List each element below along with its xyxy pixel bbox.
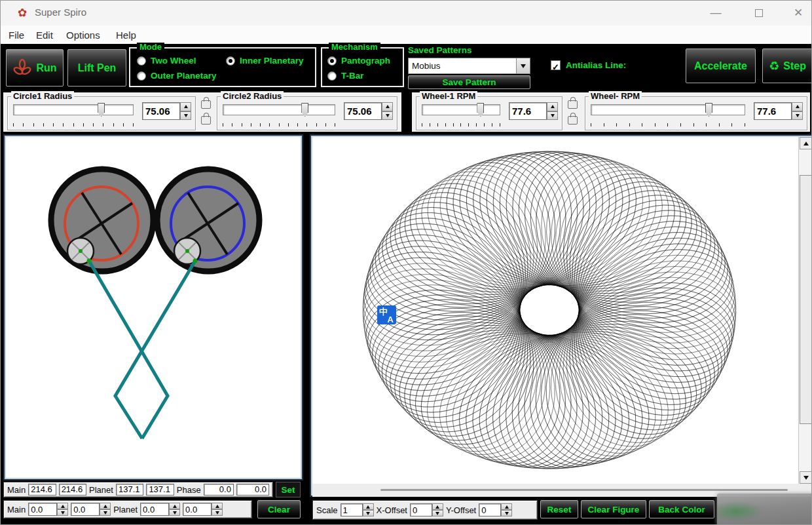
scrollbar-thumb[interactable] [800,175,812,424]
arrow-down-icon [215,511,219,515]
save-pattern-button[interactable]: Save Pattern [408,75,530,89]
slider-thumb[interactable] [301,103,308,117]
menu-file[interactable]: File [6,28,27,42]
link-lock-icon-bottom[interactable] [568,116,578,125]
spin-up-button[interactable] [180,102,191,111]
wheel2-rpm-slider[interactable] [591,104,745,115]
planet-offset-a-input[interactable] [140,503,169,516]
scroll-down-button[interactable] [800,471,812,484]
close-button[interactable]: ✕ [785,5,811,22]
accelerate-button[interactable]: Accelerate [686,49,756,83]
spin-down-button[interactable] [363,510,374,516]
phase-value-b[interactable]: 0.0 [236,484,269,496]
back-color-button[interactable]: Back Color [649,500,714,518]
wheel2-rpm-input[interactable] [754,102,792,120]
main-offset-b [71,503,111,516]
arrow-down-icon [386,114,390,117]
spin-down-button[interactable] [169,509,180,516]
circle2-radius-input[interactable] [344,102,382,120]
antialias-label: Antialias Line: [566,60,626,70]
radio-outer-planetary[interactable]: Outer Planetary [137,71,217,81]
wheel1-rpm-label: Wheel-1 RPM [420,91,477,101]
link-lock-icon-top[interactable] [201,100,211,109]
menu-options[interactable]: Options [64,28,103,42]
circle1-radius-label: Circle1 Radius [11,91,74,101]
circle1-radius-slider[interactable] [13,104,134,115]
reset-label: Reset [547,505,572,515]
spin-down-button[interactable] [57,509,68,516]
radio-two-wheel[interactable]: Two Wheel [137,56,196,66]
spin-up-button[interactable] [363,503,374,510]
dropdown-button[interactable] [516,58,530,73]
main-offset-a [28,503,68,516]
run-button[interactable]: Run [6,49,64,87]
spin-down-button[interactable] [382,111,393,121]
link-lock-icon-bottom[interactable] [201,116,211,125]
horizontal-scrollbar-thumb[interactable] [380,489,788,491]
spin-up-button[interactable] [382,102,393,111]
minimize-button[interactable]: — [703,5,729,22]
x-offset-input[interactable] [410,503,432,516]
wheel1-rpm-input[interactable] [509,102,547,120]
antialias-checkbox[interactable]: ✓ [551,60,561,70]
spin-up-button[interactable] [792,102,803,111]
menu-edit[interactable]: Edit [33,28,56,42]
arrow-down-icon [173,511,177,515]
main-offset-b-input[interactable] [71,503,100,516]
scale-input[interactable] [341,503,363,516]
spin-up-button[interactable] [169,503,180,509]
vertical-scrollbar[interactable] [798,137,812,484]
main-value-b[interactable]: 214.6 [59,484,86,496]
wheel1-rpm-slider[interactable] [422,104,500,115]
spin-down-button[interactable] [792,111,803,121]
slider-thumb[interactable] [477,103,484,117]
spin-up-button[interactable] [100,503,111,509]
spin-down-button[interactable] [212,509,223,516]
step-button[interactable]: ♻ Step [762,49,812,83]
spin-up-button[interactable] [547,102,558,111]
arrow-up-icon [796,105,800,108]
radio-pantograph-label: Pantograph [341,56,390,66]
saved-patterns-dropdown[interactable]: Mobius [408,58,530,74]
main-label: Main [7,505,26,515]
x-offset-label: X-Offset [377,505,407,515]
spin-up-button[interactable] [501,503,512,510]
radio-inner-planetary[interactable]: Inner Planetary [226,56,304,66]
link-lock-icon-top[interactable] [568,100,578,109]
menu-help[interactable]: Help [113,28,139,42]
planet-value-a[interactable]: 137.1 [116,484,143,496]
planet-value-b[interactable]: 137.1 [146,484,174,496]
circle1-radius-input[interactable] [142,102,180,120]
circle2-radius-slider[interactable] [223,104,335,115]
phase-value-a[interactable]: 0.0 [204,484,234,496]
spin-up-button[interactable] [432,503,443,510]
slider-thumb[interactable] [98,103,105,117]
reset-button[interactable]: Reset [540,500,578,518]
spin-down-button[interactable] [432,510,443,516]
spin-down-button[interactable] [100,509,111,516]
radio-pantograph[interactable]: Pantograph [327,56,390,66]
slider-thumb[interactable] [705,103,712,117]
set-button[interactable]: Set [276,482,301,497]
spin-down-button[interactable] [180,111,191,121]
y-offset-input[interactable] [479,503,501,516]
phase-label: Phase [177,485,201,495]
maximize-button[interactable] [746,5,772,22]
spin-down-button[interactable] [501,510,512,516]
translate-overlay-icon[interactable]: 中 A [377,305,396,324]
main-offset-a-input[interactable] [28,503,57,516]
main-value-a[interactable]: 214.6 [28,484,56,496]
translate-zh-glyph: 中 [379,306,388,318]
arrow-up-icon [505,505,509,509]
maximize-icon [755,9,763,17]
radio-t-bar[interactable]: T-Bar [327,71,364,81]
spin-up-button[interactable] [57,503,68,509]
planet-offset-b-input[interactable] [183,503,212,516]
scroll-up-button[interactable] [800,137,812,149]
lift-pen-button[interactable]: Lift Pen [67,49,126,87]
spin-down-button[interactable] [547,111,558,121]
arrow-down-icon [103,511,107,515]
clear-button[interactable]: Clear [257,500,301,518]
clear-figure-button[interactable]: Clear Figure [581,500,646,518]
spin-up-button[interactable] [212,503,223,509]
